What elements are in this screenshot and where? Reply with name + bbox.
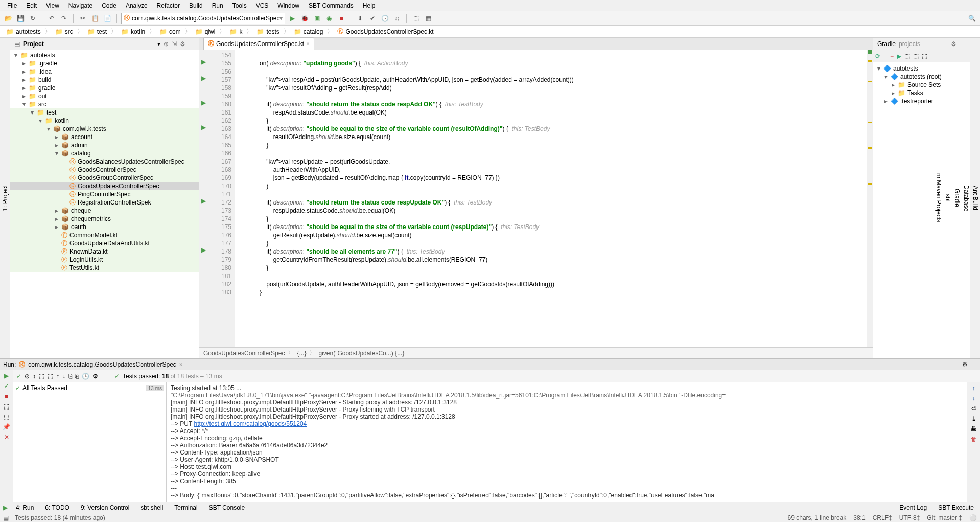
pin-icon[interactable]: 📌 — [3, 423, 10, 430]
tree-item[interactable]: ▸📦admin — [10, 141, 199, 149]
tree-item[interactable]: ▸📁.idea — [10, 67, 199, 76]
tool-tab[interactable]: m Maven Projects — [934, 169, 943, 226]
editor-bc-item[interactable]: {...} — [297, 350, 306, 357]
refresh-icon[interactable]: ⟳ — [875, 53, 880, 60]
test-tree-root[interactable]: ✓ All Tests Passed 13 ms — [15, 384, 164, 392]
breadcrumb-item[interactable]: 📁src — [52, 28, 76, 35]
tree-item[interactable]: ▸📁gradle — [10, 84, 199, 92]
up-icon[interactable]: ↑ — [972, 384, 975, 392]
bottom-tab[interactable]: sbt shell — [137, 504, 166, 511]
gradle-tree-item[interactable]: ▾🔷autotests — [875, 64, 968, 73]
vcs-update-icon[interactable]: ⬇ — [355, 13, 365, 24]
gear-icon[interactable]: ⚙ — [92, 373, 98, 380]
tree-twistie-icon[interactable]: ▸ — [21, 93, 27, 100]
expand-icon[interactable]: ⬚ — [39, 373, 44, 380]
breadcrumb-item[interactable]: 📁qiwi — [192, 28, 219, 35]
coverage-icon[interactable]: ▣ — [312, 13, 322, 24]
bottom-tab[interactable]: Terminal — [171, 504, 200, 511]
prev-icon[interactable]: ↑ — [56, 373, 59, 380]
tree-item[interactable]: ▸📦account — [10, 133, 199, 141]
history-icon[interactable]: 🕓 — [82, 373, 89, 380]
soft-wrap-icon[interactable]: ⏎ — [971, 405, 976, 412]
tree-twistie-icon[interactable]: ▸ — [54, 142, 59, 149]
tree-item[interactable]: ⒻGoodsUpdateDataAndUtils.kt — [10, 239, 199, 247]
close-icon[interactable]: × — [306, 40, 310, 48]
tree-twistie-icon[interactable]: ▸ — [21, 68, 27, 75]
breadcrumb-item[interactable]: 📁test — [84, 28, 110, 35]
gradle-tree-item[interactable]: ▾🔷autotests (root) — [875, 73, 968, 81]
menu-code[interactable]: Code — [98, 1, 121, 10]
vcs-history-icon[interactable]: 🕓 — [380, 13, 390, 24]
status-widget[interactable]: Git: master ‡ — [927, 514, 962, 521]
gradle-tab[interactable]: Gradle — [877, 40, 896, 48]
gradle-tree-item[interactable]: ▸📁Tasks — [875, 89, 968, 97]
tree-twistie-icon[interactable]: ▸ — [54, 207, 59, 214]
test-tree[interactable]: ✓ All Tests Passed 13 ms — [13, 382, 167, 502]
menu-sbt-commands[interactable]: SBT Commands — [305, 1, 358, 10]
run-icon[interactable]: ▶ — [287, 13, 297, 24]
tree-item[interactable]: ▾📁autotests — [10, 51, 199, 59]
copy-icon[interactable]: 📋 — [90, 13, 100, 24]
status-widget[interactable]: CRLF‡ — [873, 514, 892, 521]
tree-twistie-icon[interactable]: ▾ — [13, 52, 18, 59]
save-all-icon[interactable]: 💾 — [15, 13, 26, 24]
tree-item[interactable]: ⓀGoodsUpdatesControllerSpec — [10, 182, 199, 190]
tree-item[interactable]: ⓀRegistrationControllerSpek — [10, 198, 199, 207]
collapse-icon[interactable]: ⇲ — [172, 40, 177, 48]
bottom-tab[interactable]: 9: Version Control — [78, 504, 132, 511]
vcs-commit-icon[interactable]: ✔ — [367, 13, 378, 24]
dump-icon[interactable]: ⬚ — [4, 403, 9, 410]
menu-run[interactable]: Run — [208, 1, 227, 10]
debug-icon[interactable]: 🐞 — [299, 13, 310, 24]
menu-edit[interactable]: Edit — [22, 1, 41, 10]
menu-navigate[interactable]: Navigate — [64, 1, 97, 10]
locate-icon[interactable]: ⊕ — [164, 40, 169, 48]
clear-icon[interactable]: 🗑 — [971, 436, 977, 443]
profile-icon[interactable]: ◉ — [324, 13, 334, 24]
tree-item[interactable]: ▸📁.gradle — [10, 59, 199, 67]
menu-file[interactable]: File — [3, 1, 21, 10]
tree-twistie-icon[interactable]: ▸ — [54, 223, 59, 231]
ok-icon[interactable]: ✓ — [16, 373, 21, 380]
settings-icon[interactable]: ⬚ — [922, 53, 927, 60]
status-widgets-icon[interactable]: ▤ — [3, 514, 9, 521]
search-icon[interactable]: 🔍 — [967, 13, 977, 24]
tree-item[interactable]: ▾📦com.qiwi.k.tests — [10, 125, 199, 133]
project-tree[interactable]: ▾📁autotests▸📁.gradle▸📁.idea▸📁build▸📁grad… — [10, 50, 199, 358]
tree-item[interactable]: ▾📦catalog — [10, 149, 199, 157]
tree-twistie-icon[interactable]: ▾ — [30, 109, 35, 116]
tree-item[interactable]: ⒻKnownData.kt — [10, 247, 199, 256]
menu-tools[interactable]: Tools — [228, 1, 251, 10]
menu-help[interactable]: Help — [359, 1, 380, 10]
gear-icon[interactable]: ⚙ — [951, 40, 956, 48]
open-file-icon[interactable]: 📂 — [3, 13, 13, 24]
structure-icon[interactable]: ⬚ — [411, 13, 421, 24]
editor-tab[interactable]: Ⓚ GoodsUpdatesControllerSpec.kt × — [203, 37, 314, 50]
toggle-auto-icon[interactable]: ✓ — [4, 382, 9, 390]
tree-twistie-icon[interactable]: ▸ — [21, 60, 27, 67]
bottom-tab[interactable]: Event Log — [896, 504, 930, 511]
hide-icon[interactable]: — — [189, 40, 195, 48]
tree-item[interactable]: ▸📦oauth — [10, 223, 199, 231]
run-config-dropdown[interactable]: Ⓚ com.qiwi.k.tests.catalog.GoodsUpdatesC… — [121, 13, 285, 24]
hide-icon[interactable]: — — [960, 40, 966, 48]
paste-icon[interactable]: 📄 — [102, 13, 112, 24]
collapse-icon[interactable]: ⬚ — [913, 53, 919, 60]
down-icon[interactable]: ↓ — [972, 395, 975, 402]
tree-twistie-icon[interactable]: ▸ — [21, 76, 27, 83]
hide-icon[interactable]: — — [971, 361, 977, 368]
redo-icon[interactable]: ↷ — [59, 13, 69, 24]
gear-icon[interactable]: ⚙ — [180, 40, 185, 48]
tool-tab[interactable]: 1: Project — [1, 181, 10, 215]
expand-icon[interactable]: ⬚ — [904, 53, 910, 60]
tree-item[interactable]: ▾📁src — [10, 100, 199, 108]
tree-item[interactable]: ▸📁out — [10, 92, 199, 100]
execute-icon[interactable]: ▶ — [897, 53, 901, 60]
status-widget[interactable]: ⚪ — [969, 514, 977, 521]
console-output[interactable]: Testing started at 13:05 ..."C:\Program … — [167, 382, 967, 502]
menu-refactor[interactable]: Refactor — [153, 1, 184, 10]
menu-view[interactable]: View — [42, 1, 63, 10]
menu-window[interactable]: Window — [273, 1, 304, 10]
tree-item[interactable]: ⒻCommonModel.kt — [10, 231, 199, 239]
bottom-tab[interactable]: SBT Console — [206, 504, 248, 511]
